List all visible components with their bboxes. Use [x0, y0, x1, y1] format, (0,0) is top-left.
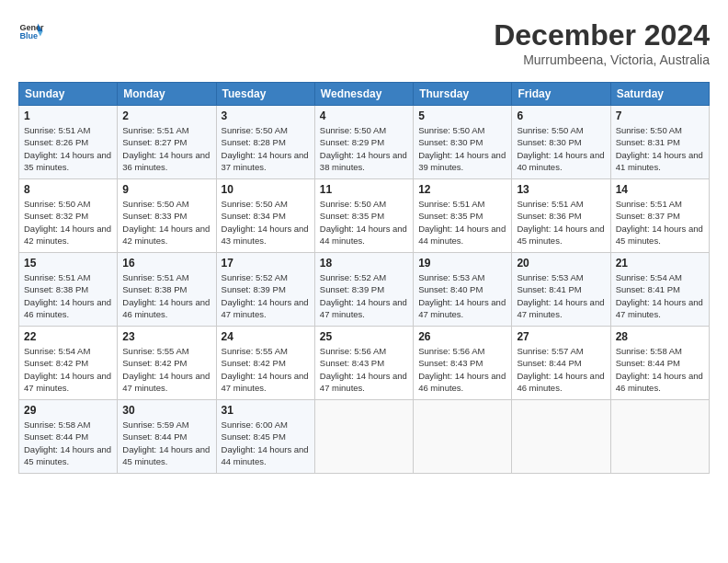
title-block: December 2024 Murrumbeena, Victoria, Aus…: [494, 18, 710, 67]
calendar-cell: 7Sunrise: 5:50 AMSunset: 8:31 PMDaylight…: [610, 106, 709, 179]
day-number: 9: [122, 183, 210, 196]
day-info: Sunrise: 5:53 AMSunset: 8:40 PMDaylight:…: [418, 271, 506, 320]
location: Murrumbeena, Victoria, Australia: [494, 52, 710, 67]
calendar-cell: [414, 400, 512, 474]
day-info: Sunrise: 5:51 AMSunset: 8:36 PMDaylight:…: [517, 198, 605, 247]
calendar-cell: 24Sunrise: 5:55 AMSunset: 8:42 PMDayligh…: [216, 327, 314, 400]
day-info: Sunrise: 5:52 AMSunset: 8:39 PMDaylight:…: [222, 271, 310, 320]
calendar-cell: 3Sunrise: 5:50 AMSunset: 8:28 PMDaylight…: [216, 106, 314, 179]
day-number: 12: [418, 183, 506, 196]
day-of-week-header: Friday: [512, 83, 610, 106]
calendar-cell: 6Sunrise: 5:50 AMSunset: 8:30 PMDaylight…: [512, 106, 610, 179]
day-info: Sunrise: 5:50 AMSunset: 8:31 PMDaylight:…: [616, 124, 704, 173]
day-of-week-header: Thursday: [414, 83, 512, 106]
day-number: 16: [122, 257, 210, 270]
day-number: 21: [616, 257, 704, 270]
calendar-cell: [610, 400, 709, 474]
calendar-cell: 15Sunrise: 5:51 AMSunset: 8:38 PMDayligh…: [19, 253, 118, 327]
day-number: 15: [24, 257, 112, 270]
day-info: Sunrise: 5:59 AMSunset: 8:44 PMDaylight:…: [122, 419, 210, 467]
day-info: Sunrise: 5:50 AMSunset: 8:34 PMDaylight:…: [222, 198, 310, 247]
day-info: Sunrise: 5:51 AMSunset: 8:26 PMDaylight:…: [24, 124, 112, 173]
calendar-cell: 13Sunrise: 5:51 AMSunset: 8:36 PMDayligh…: [512, 179, 610, 253]
day-number: 7: [616, 109, 704, 122]
day-info: Sunrise: 5:51 AMSunset: 8:35 PMDaylight:…: [418, 198, 506, 247]
day-info: Sunrise: 5:50 AMSunset: 8:35 PMDaylight:…: [320, 198, 408, 247]
calendar-cell: 21Sunrise: 5:54 AMSunset: 8:41 PMDayligh…: [610, 253, 709, 327]
day-number: 17: [222, 257, 310, 270]
day-number: 14: [616, 183, 704, 196]
day-number: 18: [320, 257, 408, 270]
calendar-cell: 2Sunrise: 5:51 AMSunset: 8:27 PMDaylight…: [118, 106, 216, 179]
day-info: Sunrise: 5:50 AMSunset: 8:28 PMDaylight:…: [222, 124, 310, 173]
day-info: Sunrise: 5:50 AMSunset: 8:29 PMDaylight:…: [320, 124, 408, 173]
day-info: Sunrise: 5:55 AMSunset: 8:42 PMDaylight:…: [122, 345, 210, 394]
svg-marker-3: [38, 31, 43, 37]
calendar-table: SundayMondayTuesdayWednesdayThursdayFrid…: [18, 82, 710, 474]
day-of-week-header: Tuesday: [216, 83, 314, 106]
day-info: Sunrise: 5:50 AMSunset: 8:30 PMDaylight:…: [418, 124, 506, 173]
day-number: 31: [222, 404, 310, 417]
day-number: 20: [517, 257, 605, 270]
calendar-cell: 4Sunrise: 5:50 AMSunset: 8:29 PMDaylight…: [314, 106, 413, 179]
calendar-cell: 25Sunrise: 5:56 AMSunset: 8:43 PMDayligh…: [314, 327, 413, 400]
day-info: Sunrise: 5:51 AMSunset: 8:27 PMDaylight:…: [122, 124, 210, 173]
day-number: 23: [122, 330, 210, 343]
calendar-cell: 12Sunrise: 5:51 AMSunset: 8:35 PMDayligh…: [414, 179, 512, 253]
calendar-cell: 5Sunrise: 5:50 AMSunset: 8:30 PMDaylight…: [414, 106, 512, 179]
day-number: 25: [320, 330, 408, 343]
day-number: 13: [517, 183, 605, 196]
day-number: 6: [517, 109, 605, 122]
page-header: General Blue December 2024 Murrumbeena, …: [18, 18, 710, 67]
month-title: December 2024: [494, 18, 710, 52]
day-info: Sunrise: 5:57 AMSunset: 8:44 PMDaylight:…: [517, 345, 605, 394]
day-info: Sunrise: 5:53 AMSunset: 8:41 PMDaylight:…: [517, 271, 605, 320]
day-info: Sunrise: 5:55 AMSunset: 8:42 PMDaylight:…: [222, 345, 310, 394]
calendar-cell: 17Sunrise: 5:52 AMSunset: 8:39 PMDayligh…: [216, 253, 314, 327]
day-of-week-header: Sunday: [19, 83, 118, 106]
logo: General Blue: [18, 18, 44, 44]
day-info: Sunrise: 5:56 AMSunset: 8:43 PMDaylight:…: [418, 345, 506, 394]
day-number: 26: [418, 330, 506, 343]
day-number: 28: [616, 330, 704, 343]
day-number: 2: [122, 109, 210, 122]
calendar-cell: 23Sunrise: 5:55 AMSunset: 8:42 PMDayligh…: [118, 327, 216, 400]
calendar-cell: 29Sunrise: 5:58 AMSunset: 8:44 PMDayligh…: [19, 400, 118, 474]
day-number: 30: [122, 404, 210, 417]
day-info: Sunrise: 6:00 AMSunset: 8:45 PMDaylight:…: [222, 419, 310, 467]
day-number: 11: [320, 183, 408, 196]
day-of-week-header: Wednesday: [314, 83, 413, 106]
calendar-cell: [512, 400, 610, 474]
calendar-cell: 11Sunrise: 5:50 AMSunset: 8:35 PMDayligh…: [314, 179, 413, 253]
day-of-week-header: Saturday: [610, 83, 709, 106]
day-info: Sunrise: 5:52 AMSunset: 8:39 PMDaylight:…: [320, 271, 408, 320]
svg-text:Blue: Blue: [19, 31, 38, 40]
calendar-cell: 19Sunrise: 5:53 AMSunset: 8:40 PMDayligh…: [414, 253, 512, 327]
calendar-cell: 14Sunrise: 5:51 AMSunset: 8:37 PMDayligh…: [610, 179, 709, 253]
day-info: Sunrise: 5:50 AMSunset: 8:33 PMDaylight:…: [122, 198, 210, 247]
calendar-cell: 31Sunrise: 6:00 AMSunset: 8:45 PMDayligh…: [216, 400, 314, 474]
day-info: Sunrise: 5:50 AMSunset: 8:30 PMDaylight:…: [517, 124, 605, 173]
day-number: 27: [517, 330, 605, 343]
calendar-cell: 20Sunrise: 5:53 AMSunset: 8:41 PMDayligh…: [512, 253, 610, 327]
day-info: Sunrise: 5:51 AMSunset: 8:38 PMDaylight:…: [24, 271, 112, 320]
day-info: Sunrise: 5:51 AMSunset: 8:37 PMDaylight:…: [616, 198, 704, 247]
calendar-cell: 22Sunrise: 5:54 AMSunset: 8:42 PMDayligh…: [19, 327, 118, 400]
calendar-cell: 26Sunrise: 5:56 AMSunset: 8:43 PMDayligh…: [414, 327, 512, 400]
day-number: 8: [24, 183, 112, 196]
day-info: Sunrise: 5:54 AMSunset: 8:41 PMDaylight:…: [616, 271, 704, 320]
day-number: 3: [222, 109, 310, 122]
day-number: 22: [24, 330, 112, 343]
day-info: Sunrise: 5:54 AMSunset: 8:42 PMDaylight:…: [24, 345, 112, 394]
day-number: 10: [222, 183, 310, 196]
day-of-week-header: Monday: [118, 83, 216, 106]
day-info: Sunrise: 5:51 AMSunset: 8:38 PMDaylight:…: [122, 271, 210, 320]
day-number: 1: [24, 109, 112, 122]
logo-icon: General Blue: [18, 18, 44, 44]
day-number: 19: [418, 257, 506, 270]
day-info: Sunrise: 5:58 AMSunset: 8:44 PMDaylight:…: [616, 345, 704, 394]
calendar-cell: 30Sunrise: 5:59 AMSunset: 8:44 PMDayligh…: [118, 400, 216, 474]
day-number: 29: [24, 404, 112, 417]
day-info: Sunrise: 5:58 AMSunset: 8:44 PMDaylight:…: [24, 419, 112, 467]
day-info: Sunrise: 5:50 AMSunset: 8:32 PMDaylight:…: [24, 198, 112, 247]
